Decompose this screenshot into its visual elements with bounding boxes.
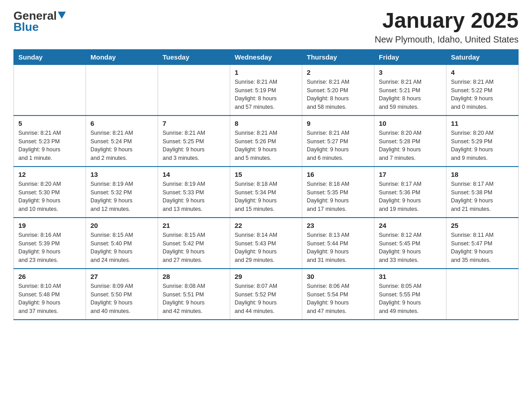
calendar-cell: 17Sunrise: 8:17 AM Sunset: 5:36 PM Dayli… [374, 167, 446, 218]
week-row-4: 19Sunrise: 8:16 AM Sunset: 5:39 PM Dayli… [14, 218, 519, 269]
day-number: 21 [163, 222, 225, 229]
day-number: 19 [18, 222, 81, 229]
day-number: 5 [18, 120, 81, 127]
day-info: Sunrise: 8:18 AM Sunset: 5:34 PM Dayligh… [235, 180, 297, 214]
day-info: Sunrise: 8:15 AM Sunset: 5:42 PM Dayligh… [163, 231, 225, 265]
day-info: Sunrise: 8:19 AM Sunset: 5:33 PM Dayligh… [163, 180, 225, 214]
header-day-sunday: Sunday [14, 49, 86, 64]
day-info: Sunrise: 8:21 AM Sunset: 5:24 PM Dayligh… [90, 129, 153, 163]
day-number: 3 [379, 68, 442, 76]
title-area: January 2025 New Plymouth, Idaho, United… [375, 9, 519, 45]
day-number: 25 [451, 222, 514, 229]
calendar-cell: 4Sunrise: 8:21 AM Sunset: 5:22 PM Daylig… [446, 64, 519, 116]
page-header: General Blue January 2025 New Plymouth, … [13, 9, 519, 45]
calendar-body: 1Sunrise: 8:21 AM Sunset: 5:19 PM Daylig… [14, 64, 519, 320]
day-info: Sunrise: 8:21 AM Sunset: 5:21 PM Dayligh… [379, 78, 442, 111]
day-number: 15 [235, 171, 297, 178]
day-number: 20 [90, 222, 153, 229]
day-info: Sunrise: 8:21 AM Sunset: 5:20 PM Dayligh… [307, 78, 369, 111]
calendar-cell: 23Sunrise: 8:13 AM Sunset: 5:44 PM Dayli… [302, 218, 374, 269]
day-info: Sunrise: 8:17 AM Sunset: 5:36 PM Dayligh… [379, 180, 442, 214]
calendar-cell: 1Sunrise: 8:21 AM Sunset: 5:19 PM Daylig… [230, 64, 302, 116]
header-day-monday: Monday [86, 49, 158, 64]
calendar-cell: 28Sunrise: 8:08 AM Sunset: 5:51 PM Dayli… [158, 269, 230, 320]
day-number: 1 [235, 68, 297, 76]
day-number: 28 [163, 273, 225, 280]
day-number: 18 [451, 171, 514, 178]
day-info: Sunrise: 8:05 AM Sunset: 5:55 PM Dayligh… [379, 282, 442, 316]
day-info: Sunrise: 8:13 AM Sunset: 5:44 PM Dayligh… [307, 231, 369, 265]
day-info: Sunrise: 8:19 AM Sunset: 5:32 PM Dayligh… [90, 180, 153, 214]
header-day-tuesday: Tuesday [158, 49, 230, 64]
calendar-cell: 14Sunrise: 8:19 AM Sunset: 5:33 PM Dayli… [158, 167, 230, 218]
day-number: 2 [307, 68, 369, 76]
day-info: Sunrise: 8:07 AM Sunset: 5:52 PM Dayligh… [235, 282, 297, 316]
day-number: 4 [451, 68, 514, 76]
day-number: 7 [163, 120, 225, 127]
calendar-table: SundayMondayTuesdayWednesdayThursdayFrid… [13, 49, 519, 320]
day-info: Sunrise: 8:14 AM Sunset: 5:43 PM Dayligh… [235, 231, 297, 265]
day-info: Sunrise: 8:18 AM Sunset: 5:35 PM Dayligh… [307, 180, 369, 214]
header-row: SundayMondayTuesdayWednesdayThursdayFrid… [14, 49, 519, 64]
day-info: Sunrise: 8:09 AM Sunset: 5:50 PM Dayligh… [90, 282, 153, 316]
calendar-cell [86, 64, 158, 116]
day-info: Sunrise: 8:06 AM Sunset: 5:54 PM Dayligh… [307, 282, 369, 316]
day-info: Sunrise: 8:21 AM Sunset: 5:19 PM Dayligh… [235, 78, 297, 111]
calendar-cell: 9Sunrise: 8:21 AM Sunset: 5:27 PM Daylig… [302, 116, 374, 167]
calendar-cell: 8Sunrise: 8:21 AM Sunset: 5:26 PM Daylig… [230, 116, 302, 167]
day-info: Sunrise: 8:21 AM Sunset: 5:25 PM Dayligh… [163, 129, 225, 163]
calendar-cell: 21Sunrise: 8:15 AM Sunset: 5:42 PM Dayli… [158, 218, 230, 269]
calendar-subtitle: New Plymouth, Idaho, United States [375, 34, 519, 45]
calendar-cell [14, 64, 86, 116]
week-row-2: 5Sunrise: 8:21 AM Sunset: 5:23 PM Daylig… [14, 116, 519, 167]
calendar-cell: 26Sunrise: 8:10 AM Sunset: 5:48 PM Dayli… [14, 269, 86, 320]
week-row-5: 26Sunrise: 8:10 AM Sunset: 5:48 PM Dayli… [14, 269, 519, 320]
calendar-cell: 29Sunrise: 8:07 AM Sunset: 5:52 PM Dayli… [230, 269, 302, 320]
day-number: 31 [379, 273, 442, 280]
calendar-cell: 16Sunrise: 8:18 AM Sunset: 5:35 PM Dayli… [302, 167, 374, 218]
calendar-cell: 18Sunrise: 8:17 AM Sunset: 5:38 PM Dayli… [446, 167, 519, 218]
day-number: 26 [18, 273, 81, 280]
calendar-cell: 20Sunrise: 8:15 AM Sunset: 5:40 PM Dayli… [86, 218, 158, 269]
day-number: 27 [90, 273, 153, 280]
day-info: Sunrise: 8:21 AM Sunset: 5:27 PM Dayligh… [307, 129, 369, 163]
day-number: 8 [235, 120, 297, 127]
day-info: Sunrise: 8:20 AM Sunset: 5:30 PM Dayligh… [18, 180, 81, 214]
day-info: Sunrise: 8:20 AM Sunset: 5:28 PM Dayligh… [379, 129, 442, 163]
calendar-title: January 2025 [375, 9, 519, 33]
calendar-cell: 10Sunrise: 8:20 AM Sunset: 5:28 PM Dayli… [374, 116, 446, 167]
day-number: 10 [379, 120, 442, 127]
day-number: 29 [235, 273, 297, 280]
calendar-cell: 15Sunrise: 8:18 AM Sunset: 5:34 PM Dayli… [230, 167, 302, 218]
week-row-1: 1Sunrise: 8:21 AM Sunset: 5:19 PM Daylig… [14, 64, 519, 116]
day-info: Sunrise: 8:12 AM Sunset: 5:45 PM Dayligh… [379, 231, 442, 265]
day-info: Sunrise: 8:08 AM Sunset: 5:51 PM Dayligh… [163, 282, 225, 316]
day-number: 13 [90, 171, 153, 178]
header-day-saturday: Saturday [446, 49, 519, 64]
calendar-cell: 13Sunrise: 8:19 AM Sunset: 5:32 PM Dayli… [86, 167, 158, 218]
calendar-cell: 6Sunrise: 8:21 AM Sunset: 5:24 PM Daylig… [86, 116, 158, 167]
day-number: 23 [307, 222, 369, 229]
day-info: Sunrise: 8:17 AM Sunset: 5:38 PM Dayligh… [451, 180, 514, 214]
day-number: 11 [451, 120, 514, 127]
calendar-cell: 31Sunrise: 8:05 AM Sunset: 5:55 PM Dayli… [374, 269, 446, 320]
day-info: Sunrise: 8:20 AM Sunset: 5:29 PM Dayligh… [451, 129, 514, 163]
header-day-thursday: Thursday [302, 49, 374, 64]
day-info: Sunrise: 8:11 AM Sunset: 5:47 PM Dayligh… [451, 231, 514, 265]
day-number: 14 [163, 171, 225, 178]
calendar-cell: 19Sunrise: 8:16 AM Sunset: 5:39 PM Dayli… [14, 218, 86, 269]
calendar-cell: 11Sunrise: 8:20 AM Sunset: 5:29 PM Dayli… [446, 116, 519, 167]
week-row-3: 12Sunrise: 8:20 AM Sunset: 5:30 PM Dayli… [14, 167, 519, 218]
day-number: 9 [307, 120, 369, 127]
calendar-cell [158, 64, 230, 116]
day-info: Sunrise: 8:10 AM Sunset: 5:48 PM Dayligh… [18, 282, 81, 316]
day-info: Sunrise: 8:21 AM Sunset: 5:22 PM Dayligh… [451, 78, 514, 111]
calendar-cell: 30Sunrise: 8:06 AM Sunset: 5:54 PM Dayli… [302, 269, 374, 320]
day-number: 30 [307, 273, 369, 280]
day-number: 24 [379, 222, 442, 229]
calendar-cell: 7Sunrise: 8:21 AM Sunset: 5:25 PM Daylig… [158, 116, 230, 167]
calendar-cell: 24Sunrise: 8:12 AM Sunset: 5:45 PM Dayli… [374, 218, 446, 269]
day-number: 12 [18, 171, 81, 178]
day-info: Sunrise: 8:16 AM Sunset: 5:39 PM Dayligh… [18, 231, 81, 265]
calendar-header: SundayMondayTuesdayWednesdayThursdayFrid… [14, 49, 519, 64]
